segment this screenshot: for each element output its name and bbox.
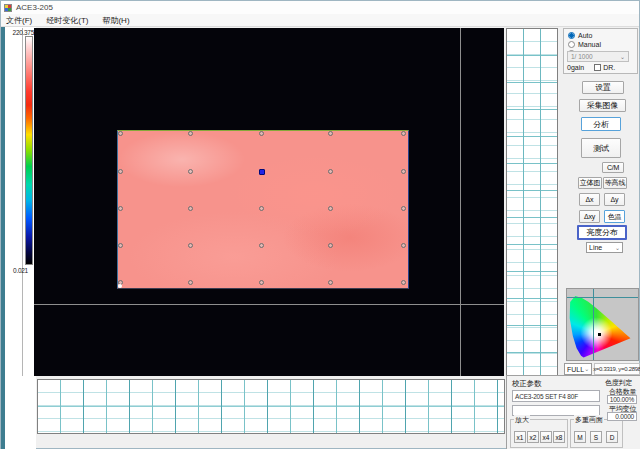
app-window: ACE3-205 文件(F) 经时变化(T) 帮助(H) 220.375 0.0…: [0, 0, 640, 449]
radio-row-auto[interactable]: Auto: [568, 31, 637, 39]
radio-auto-label: Auto: [578, 32, 592, 39]
measure-point[interactable]: [188, 280, 193, 285]
measure-point[interactable]: [259, 131, 264, 136]
delta-x-button[interactable]: Δx: [579, 193, 600, 206]
measure-point[interactable]: [259, 280, 264, 285]
chevron-down-icon: ⌄: [615, 245, 620, 251]
line-mode-select[interactable]: Line ⌄: [586, 242, 623, 253]
delta-xy-button[interactable]: Δxy: [579, 210, 600, 223]
zoom-x8-button[interactable]: x8: [553, 431, 565, 443]
luminance-colorbar: [25, 36, 33, 265]
multiscreen-label: 多重画面: [574, 415, 604, 425]
cie-measured-marker: [598, 333, 601, 336]
delta-y-button[interactable]: Δy: [604, 193, 625, 206]
avg-shift-value: 0.0000: [607, 412, 637, 421]
contour-button[interactable]: 等高线: [603, 177, 627, 189]
chevron-down-icon: ⌄: [620, 54, 625, 60]
line-mode-value: Line: [589, 244, 602, 251]
measure-point[interactable]: [118, 131, 123, 136]
zoom-x2-button[interactable]: x2: [527, 431, 539, 443]
cie-range-value: FULL: [567, 366, 584, 373]
measure-point[interactable]: [401, 243, 406, 248]
measure-point[interactable]: [188, 206, 193, 211]
dr-label: DR.: [603, 64, 615, 71]
colorbar-max-label: 220.375: [1, 29, 34, 36]
cie-range-select[interactable]: FULL ⌄: [564, 363, 592, 375]
cm-button[interactable]: C/M: [602, 162, 624, 173]
menu-file[interactable]: 文件(F): [6, 15, 32, 26]
measure-point[interactable]: [118, 206, 123, 211]
radio-manual-label: Manual: [578, 41, 601, 48]
white-measure-point: [118, 284, 122, 288]
capture-image-button[interactable]: 采集图像: [579, 99, 626, 112]
zoom-x4-button[interactable]: x4: [540, 431, 552, 443]
measure-point[interactable]: [328, 131, 333, 136]
profile-vertical-line[interactable]: [460, 28, 461, 376]
zoom-x1-button[interactable]: x1: [514, 431, 526, 443]
test-button[interactable]: 测试: [581, 138, 621, 158]
magnify-label: 放大: [514, 415, 530, 425]
multiscreen-m-button[interactable]: M: [574, 431, 586, 443]
gain-label: 0gain: [567, 64, 584, 71]
measure-point[interactable]: [401, 280, 406, 285]
cie-coordinates-readout: x=0.3319, y=0.2898: [594, 363, 640, 375]
chevron-down-icon: ⌄: [584, 366, 589, 372]
calibration-label: 校正参数: [512, 379, 541, 389]
analyze-button[interactable]: 分析: [581, 117, 621, 131]
dr-checkbox[interactable]: [594, 64, 601, 71]
cie-target-hline: [567, 297, 638, 298]
radio-manual[interactable]: [568, 41, 575, 48]
multiscreen-d-button[interactable]: D: [606, 431, 618, 443]
cie-diagram[interactable]: [566, 288, 639, 361]
title-bar: ACE3-205: [1, 1, 639, 14]
measure-point[interactable]: [259, 243, 264, 248]
measure-point[interactable]: [188, 131, 193, 136]
measure-point[interactable]: [188, 169, 193, 174]
measure-point[interactable]: [328, 169, 333, 174]
measure-point[interactable]: [118, 243, 123, 248]
measure-point[interactable]: [259, 206, 264, 211]
measure-point[interactable]: [118, 169, 123, 174]
gain-row: 0gain DR.: [567, 63, 635, 72]
menu-bar: 文件(F) 经时变化(T) 帮助(H): [1, 14, 639, 27]
shutter-speed-value: 1/ 1000: [571, 53, 593, 60]
app-icon: [4, 4, 12, 12]
horizontal-profile-grid: [37, 379, 505, 434]
multiscreen-s-button[interactable]: S: [590, 431, 602, 443]
window-title: ACE3-205: [16, 3, 53, 12]
radio-row-manual[interactable]: Manual: [568, 40, 637, 48]
measure-point[interactable]: [188, 243, 193, 248]
menu-time-change[interactable]: 经时变化(T): [46, 15, 88, 26]
settings-button[interactable]: 设置: [582, 81, 624, 94]
profile-horizontal-line[interactable]: [34, 304, 504, 305]
radio-auto[interactable]: [568, 32, 575, 39]
measure-point[interactable]: [401, 131, 406, 136]
shutter-speed-select[interactable]: 1/ 1000 ⌄: [567, 51, 629, 62]
vertical-profile-grid: [506, 28, 558, 376]
viewport[interactable]: [34, 28, 504, 376]
measure-point[interactable]: [328, 206, 333, 211]
cie-horseshoe: [569, 291, 636, 358]
cie-target-vline: [593, 289, 594, 360]
active-measure-point[interactable]: [259, 169, 265, 175]
measure-point[interactable]: [401, 206, 406, 211]
calibration-preset-field[interactable]: ACE3-205 SET F4 80F: [512, 390, 600, 402]
color-temp-button[interactable]: 色温: [604, 210, 625, 223]
pass-count-value: 100.00%: [607, 395, 637, 404]
measure-point[interactable]: [328, 280, 333, 285]
stereo-view-button[interactable]: 立体图: [578, 177, 602, 189]
luminance-dist-button[interactable]: 亮度分布: [577, 225, 627, 240]
measure-point[interactable]: [328, 243, 333, 248]
menu-help[interactable]: 帮助(H): [102, 15, 129, 26]
colorbar-min-label: 0.021: [5, 267, 36, 274]
measure-point[interactable]: [401, 169, 406, 174]
colorbar-panel-divider: [22, 28, 23, 376]
